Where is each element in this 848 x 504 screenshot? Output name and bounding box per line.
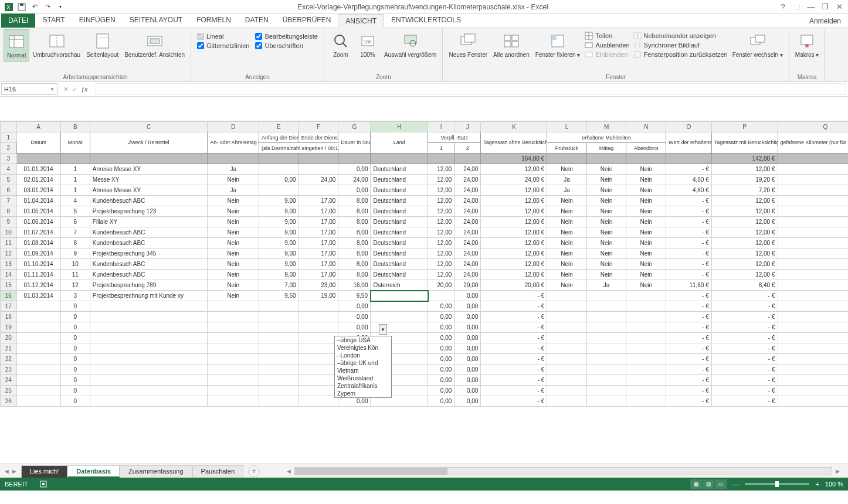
switch-windows-button[interactable]: Fenster wechseln ▾ <box>730 29 785 60</box>
row-header-16[interactable]: 16 <box>1 291 17 301</box>
row-header-13[interactable]: 13 <box>1 259 17 270</box>
col-header-J[interactable]: J <box>454 122 481 132</box>
col-header-G[interactable]: G <box>338 122 371 132</box>
macros-button[interactable]: Makros ▾ <box>793 29 822 60</box>
dropdown-option[interactable]: Zypern <box>335 390 391 397</box>
tab-entwicklertools[interactable]: ENTWICKLERTOOLS <box>384 13 468 28</box>
table-row[interactable]: 2200,000,000,00- €- €- € <box>1 354 849 365</box>
pagebreak-preview-button[interactable]: Umbruchvorschau <box>30 29 83 60</box>
ribbon-options-icon[interactable]: ⬚ <box>791 1 803 13</box>
sheet-nav[interactable]: ◄► <box>0 468 21 475</box>
pagebreak-shortcut-icon[interactable]: ▭ <box>715 479 727 489</box>
custom-views-button[interactable]: Benutzerdef. Ansichten <box>122 29 187 60</box>
zoom-slider[interactable] <box>745 483 809 485</box>
row-header-2[interactable]: 2 <box>1 143 17 154</box>
undo-icon[interactable]: ↶ <box>29 2 40 12</box>
tab-ansicht[interactable]: ANSICHT <box>338 14 384 28</box>
split-button[interactable]: Teilen <box>585 32 629 40</box>
name-box[interactable]: H16▼ <box>1 83 57 95</box>
table-row[interactable]: 2300,000,000,00- €- €- € <box>1 365 849 375</box>
page-layout-button[interactable]: Seitenlayout <box>84 29 121 60</box>
row-header-11[interactable]: 11 <box>1 238 17 248</box>
namebox-dropdown-icon[interactable]: ▼ <box>50 87 55 92</box>
dropdown-option[interactable]: –übrige UK und <box>335 359 391 367</box>
table-row[interactable]: 1401.11.201411Kundenbesuch ABCNein9,0017… <box>1 270 849 280</box>
col-header-E[interactable]: E <box>259 122 299 132</box>
tab-seitenlayout[interactable]: SEITENLAYOUT <box>123 13 189 28</box>
col-header-M[interactable]: M <box>586 122 626 132</box>
dropdown-option[interactable]: Zentralafrikanis <box>335 382 391 390</box>
file-tab[interactable]: DATEI <box>1 13 35 28</box>
table-row[interactable]: 1501.12.201412Projektbesprechung 789Nein… <box>1 280 849 291</box>
col-header-K[interactable]: K <box>481 122 547 132</box>
row-header-10[interactable]: 10 <box>1 227 17 238</box>
save-icon[interactable] <box>16 2 27 12</box>
col-header-H[interactable]: H <box>371 122 428 132</box>
col-header-F[interactable]: F <box>299 122 338 132</box>
table-row[interactable]: 401.01.20141Anreise Messe XYJa0,00Deutsc… <box>1 164 849 175</box>
col-header-A[interactable]: A <box>16 122 60 132</box>
row-header-4[interactable]: 4 <box>1 164 17 175</box>
zoom-level[interactable]: 100 % <box>825 481 843 488</box>
table-row[interactable]: 502.01.20141Messe XYNein0,0024,0024,00De… <box>1 175 849 185</box>
table-row[interactable]: 1001.07.20147Kundenbesuch ABCNein9,0017,… <box>1 227 849 238</box>
col-header-C[interactable]: C <box>90 122 207 132</box>
zoom-100-button[interactable]: 100100% <box>355 29 381 60</box>
row-header-18[interactable]: 18 <box>1 312 17 322</box>
help-icon[interactable]: ? <box>776 1 789 13</box>
minimize-icon[interactable]: — <box>805 1 818 13</box>
row-header-6[interactable]: 6 <box>1 185 17 196</box>
col-header-N[interactable]: N <box>626 122 666 132</box>
redo-icon[interactable]: ↷ <box>42 2 53 12</box>
row-header-19[interactable]: 19 <box>1 322 17 333</box>
tab-start[interactable]: START <box>35 13 72 28</box>
add-sheet-button[interactable]: + <box>248 465 260 477</box>
sheet-next-icon[interactable]: ► <box>11 468 18 475</box>
col-header-D[interactable]: D <box>208 122 259 132</box>
normal-shortcut-icon[interactable]: ▦ <box>690 479 702 489</box>
formula-input[interactable] <box>95 83 846 95</box>
table-row[interactable]: 603.01.20141Abreise Messe XYJa0,00Deutsc… <box>1 185 849 196</box>
formulabar-checkbox[interactable]: Bearbeitungsleiste <box>255 33 318 40</box>
sheet-tab-pauschalen[interactable]: Pauschalen <box>192 465 244 478</box>
table-row[interactable]: 1900,000,000,00- €- €- € <box>1 322 849 333</box>
row-header-12[interactable]: 12 <box>1 248 17 259</box>
sheet-tab-datenbasis[interactable]: Datenbasis <box>67 465 120 478</box>
row-header-9[interactable]: 9 <box>1 217 17 227</box>
sheet-tab-liesmich[interactable]: Lies mich! <box>21 465 68 478</box>
sheet-tab-zusammenfassung[interactable]: Zusammenfassung <box>120 465 192 478</box>
col-header-P[interactable]: P <box>711 122 778 132</box>
row-header-25[interactable]: 25 <box>1 386 17 396</box>
scroll-left-icon[interactable]: ◄ <box>283 468 294 475</box>
table-row[interactable]: 801.05.20145Projektbesprechung 123Nein9,… <box>1 206 849 217</box>
close-icon[interactable]: ✕ <box>833 1 846 13</box>
zoom-button[interactable]: Zoom <box>328 29 354 60</box>
dropdown-option[interactable]: –übrige USA <box>335 336 391 344</box>
scroll-right-icon[interactable]: ► <box>832 468 843 475</box>
table-row[interactable]: 2000,000,000,00- €- €- € <box>1 333 849 343</box>
dropdown-option[interactable]: Weißrussland <box>335 374 391 382</box>
tab-einfügen[interactable]: EINFÜGEN <box>72 13 123 28</box>
zoom-out-icon[interactable]: — <box>732 481 739 488</box>
signin-link[interactable]: Anmelden <box>802 15 848 28</box>
gridlines-checkbox[interactable]: Gitternetzlinien <box>197 42 249 49</box>
row-header-8[interactable]: 8 <box>1 206 17 217</box>
sheet-prev-icon[interactable]: ◄ <box>4 468 10 475</box>
table-row[interactable]: 901.06.20146Filiale XYNein9,0017,008,00D… <box>1 217 849 227</box>
col-header-O[interactable]: O <box>666 122 712 132</box>
table-row[interactable]: 2400,000,000,00- €- €- € <box>1 375 849 386</box>
table-row[interactable]: 1700,000,000,00- €- €- € <box>1 301 849 312</box>
table-row[interactable]: 2500,000,000,00- €- €- € <box>1 386 849 396</box>
ruler-checkbox[interactable]: Lineal <box>197 33 249 40</box>
macro-record-icon[interactable] <box>40 481 47 488</box>
headings-checkbox[interactable]: Überschriften <box>255 42 318 49</box>
row-header-20[interactable]: 20 <box>1 333 17 343</box>
validation-dropdown-list[interactable]: –übrige USAVereinigtes Kön–London–übrige… <box>334 336 392 398</box>
tab-daten[interactable]: DATEN <box>238 13 276 28</box>
cell-dropdown-button[interactable]: ▼ <box>379 324 387 335</box>
tab-formeln[interactable]: FORMELN <box>189 13 238 28</box>
row-header-5[interactable]: 5 <box>1 175 17 185</box>
new-window-button[interactable]: Neues Fenster <box>446 29 490 60</box>
row-header-3[interactable]: 3 <box>1 154 17 164</box>
freeze-panes-button[interactable]: Fenster fixieren ▾ <box>533 29 583 60</box>
